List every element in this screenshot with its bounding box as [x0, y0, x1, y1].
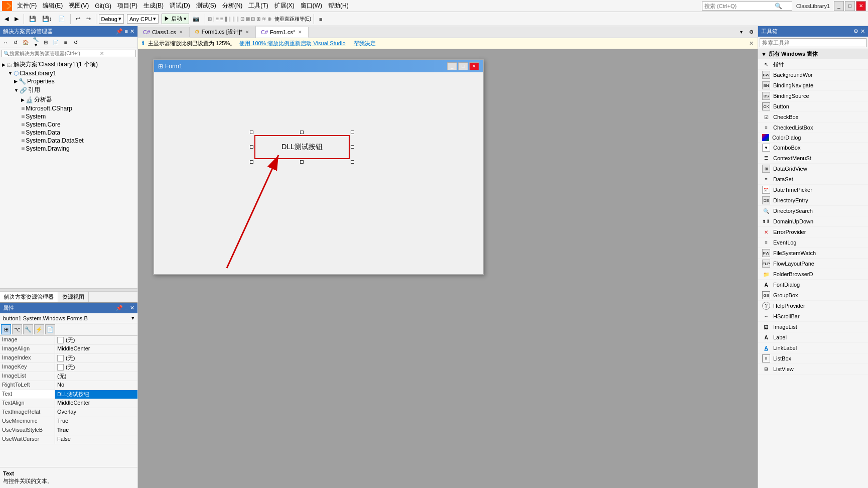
handle-bl[interactable] [250, 160, 253, 164]
props-row-usewaitcursor[interactable]: UseWaitCursor False [0, 435, 137, 444]
tab-form1-design-close[interactable]: ✕ [244, 29, 250, 35]
props-value-image[interactable]: (无) [55, 336, 137, 344]
toolbox-item-datetimepicker[interactable]: 📅 DateTimePicker [758, 185, 868, 195]
props-value-righttoleft[interactable]: No [55, 381, 137, 390]
toolbox-item-label[interactable]: A Label [758, 332, 868, 343]
menu-analyze[interactable]: 分析(N) [219, 1, 246, 11]
props-close-icon[interactable]: ✕ [130, 305, 134, 311]
tree-item-solution[interactable]: ▶ 🗂 解决方案'ClassLibrary1'(1 个项) [0, 60, 137, 69]
toolbox-item-folderbrowser[interactable]: 📁 FolderBrowserD [758, 269, 868, 280]
menu-help[interactable]: 帮助(H) [325, 1, 352, 11]
props-row-imageindex[interactable]: ImageIndex (无) [0, 354, 137, 363]
handle-br[interactable] [351, 160, 354, 164]
menu-debug[interactable]: 调试(D) [167, 1, 193, 11]
se-show-files-button[interactable]: 📄 [51, 38, 60, 47]
chevron-down-icon-props[interactable]: ▾ [131, 315, 134, 321]
toolbox-item-datagridview[interactable]: ⊞ DataGridView [758, 164, 868, 174]
handle-tr[interactable] [351, 131, 354, 134]
se-reload-button[interactable]: ↺ [71, 38, 80, 47]
form-body[interactable]: DLL测试按钮 [154, 72, 483, 272]
props-value-textalign[interactable]: MiddleCenter [55, 399, 137, 408]
toolbox-item-bindingnavigator[interactable]: BN BindingNavigate [758, 80, 868, 91]
props-categorized-button[interactable]: ⊞ [1, 324, 11, 334]
toolbox-item-flowlayoutpanel[interactable]: FLP FlowLayoutPane [758, 259, 868, 269]
props-row-image[interactable]: Image (无) [0, 336, 137, 345]
props-value-usemnemonic[interactable]: True [55, 417, 137, 426]
toolbox-item-pointer[interactable]: ↖ 指针 [758, 59, 868, 70]
tree-item-ms-csharp[interactable]: ■ Microsoft.CSharp [0, 104, 137, 112]
toolbox-item-groupbox[interactable]: GB GroupBox [758, 290, 868, 301]
se-sync-button[interactable]: ↔ [1, 38, 10, 47]
menu-search-box[interactable]: 🔍 [702, 2, 792, 11]
toolbar-save-all-button[interactable]: 💾↕ [40, 14, 55, 24]
props-alphabetical-button[interactable]: ⌥ [12, 324, 22, 334]
toolbox-item-button[interactable]: OK Button [758, 101, 868, 112]
props-value-textimagerelat[interactable]: Overlay [55, 408, 137, 417]
toolbar-undo-button[interactable]: ↩ [73, 14, 83, 24]
tab-resource-view[interactable]: 资源视图 [58, 292, 89, 302]
tab-class1[interactable]: C# Class1.cs ✕ [138, 27, 190, 37]
menu-extensions[interactable]: 扩展(X) [271, 1, 298, 11]
toolbar-forward-button[interactable]: ▶ [12, 14, 21, 24]
toolbox-item-dataset[interactable]: ≡ DataSet [758, 174, 868, 185]
toolbox-item-backgroundworker[interactable]: BW BackgroundWor [758, 70, 868, 80]
menu-search-input[interactable] [704, 3, 775, 9]
props-value-imagekey[interactable]: (无) [55, 363, 137, 372]
toolbox-item-checkbox[interactable]: ☑ CheckBox [758, 112, 868, 123]
se-home-button[interactable]: 🏠 [21, 38, 30, 47]
clear-search-icon[interactable]: ✕ [100, 51, 104, 56]
props-value-usevisualstyleb[interactable]: True [55, 426, 137, 435]
toolbox-item-checkedlistbox[interactable]: ≡ CheckedListBox [758, 123, 868, 133]
props-value-imagelist[interactable]: (无) [55, 372, 137, 381]
menu-git[interactable]: Git(G) [92, 2, 114, 11]
info-link-restart[interactable]: 使用 100% 缩放比例重新启动 Visual Studio [239, 40, 345, 47]
handle-mr[interactable] [351, 145, 354, 149]
info-link-decide[interactable]: 帮我决定 [354, 40, 376, 47]
se-properties-button[interactable]: ≡ [61, 38, 70, 47]
props-events-button[interactable]: ⚡ [34, 324, 44, 334]
props-row-imagealign[interactable]: ImageAlign MiddleCenter [0, 345, 137, 354]
menu-view[interactable]: 视图(V) [66, 1, 92, 11]
se-refresh-button[interactable]: ↺ [11, 38, 20, 47]
tree-item-analyzers[interactable]: ▶ 🔬 分析器 [0, 95, 137, 104]
toolbox-item-contextmenu[interactable]: ☰ ContextMenuSt [758, 153, 868, 164]
menu-test[interactable]: 测试(S) [193, 1, 219, 11]
tab-list-button[interactable]: ▾ [737, 28, 746, 37]
debug-mode-dropdown[interactable]: Debug ▾ [99, 14, 124, 24]
props-row-text[interactable]: Text DLL测试按钮 [0, 390, 137, 399]
toolbox-item-helpprovider[interactable]: ? HelpProvider [758, 301, 868, 311]
props-value-usewaitcursor[interactable]: False [55, 435, 137, 444]
tree-item-references[interactable]: ▼ 🔗 引用 [0, 85, 137, 95]
props-row-usemnemonic[interactable]: UseMnemonic True [0, 417, 137, 426]
design-canvas[interactable]: ⊞ Form1 _ □ ✕ [138, 49, 758, 488]
toolbox-item-combobox[interactable]: ▼ ComboBox [758, 143, 868, 153]
tab-solution-explorer[interactable]: 解决方案资源管理器 [0, 292, 58, 302]
form-minimize-btn[interactable]: _ [447, 62, 457, 70]
toolbar-redo-button[interactable]: ↪ [84, 14, 93, 24]
menu-file[interactable]: 文件(F) [14, 1, 40, 11]
toolbox-item-bindingsource[interactable]: BS BindingSource [758, 91, 868, 101]
toolbox-search-bar[interactable] [758, 37, 868, 49]
toolbar-new-file-button[interactable]: 📄 [56, 14, 68, 24]
se-collapse-button[interactable]: ⊟ [41, 38, 50, 47]
toolbox-item-errorprovider[interactable]: ✕ ErrorProvider [758, 227, 868, 237]
menu-project[interactable]: 项目(P) [114, 1, 140, 11]
toolbox-item-linklabel[interactable]: A LinkLabel [758, 343, 868, 353]
toolbar-misc-button[interactable]: ≡ [317, 15, 325, 24]
platform-dropdown[interactable]: Any CPU ▾ [127, 14, 159, 24]
toolbar-save-button[interactable]: 💾 [27, 14, 39, 24]
toolbox-section-windows[interactable]: ▼ 所有 Windows 窗体 [758, 49, 868, 59]
props-value-imageindex[interactable]: (无) [55, 354, 137, 362]
props-row-usevisualstyleb[interactable]: UseVisualStyleB True [0, 426, 137, 435]
menu-build[interactable]: 生成(B) [140, 1, 167, 11]
close-button[interactable]: ✕ [856, 1, 866, 11]
tab-settings-button[interactable]: ⚙ [747, 28, 756, 37]
solution-search-bar[interactable]: 🔍 ✕ [2, 50, 136, 57]
handle-tl[interactable] [250, 131, 253, 134]
tree-item-system-data[interactable]: ■ System.Data [0, 129, 137, 137]
tree-item-system[interactable]: ■ System [0, 112, 137, 120]
image-checkbox[interactable] [57, 337, 64, 343]
info-bar-close[interactable]: ✕ [749, 40, 754, 47]
restore-button[interactable]: □ [845, 1, 855, 11]
imagekey-checkbox[interactable] [57, 364, 64, 371]
